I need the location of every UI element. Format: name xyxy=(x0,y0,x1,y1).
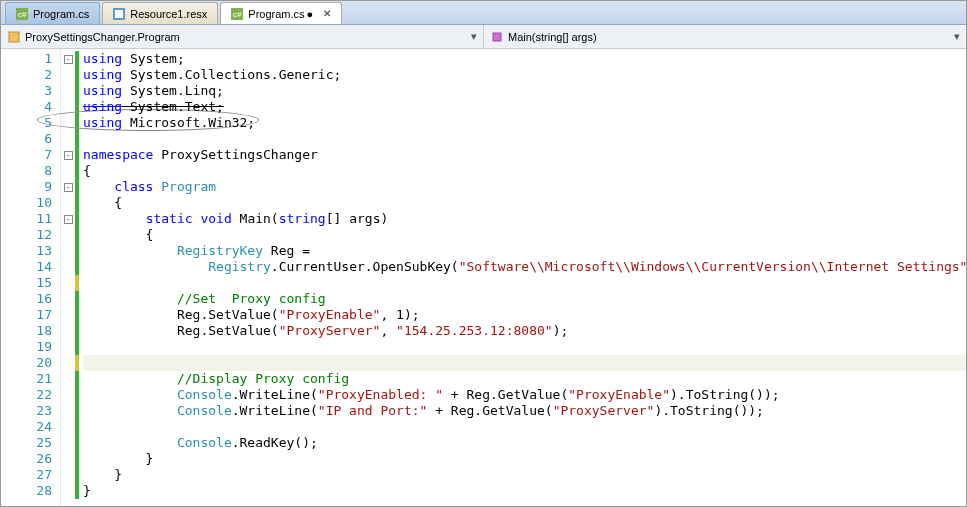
close-icon[interactable]: ✕ xyxy=(323,8,331,19)
fold-toggle-icon[interactable]: - xyxy=(64,183,73,192)
code-line[interactable]: { xyxy=(83,195,966,211)
line-number: 18 xyxy=(1,323,56,339)
fold-cell xyxy=(61,195,75,211)
outline-column: ---- xyxy=(61,49,75,506)
code-line[interactable]: Registry.CurrentUser.OpenSubKey("Softwar… xyxy=(83,259,966,275)
fold-cell xyxy=(61,243,75,259)
line-number: 25 xyxy=(1,435,56,451)
resource-file-icon xyxy=(113,8,125,20)
code-line[interactable]: static void Main(string[] args) xyxy=(83,211,966,227)
tab-resource1-resx[interactable]: Resource1.resx xyxy=(102,2,218,24)
line-number: 1 xyxy=(1,51,56,67)
svg-rect-6 xyxy=(9,32,19,42)
line-number: 7 xyxy=(1,147,56,163)
navigation-bar: ProxySettingsChanger.Program ▾ Main(stri… xyxy=(1,25,966,49)
line-number: 12 xyxy=(1,227,56,243)
code-line[interactable] xyxy=(83,275,966,291)
code-line[interactable] xyxy=(83,419,966,435)
fold-cell xyxy=(61,99,75,115)
fold-cell xyxy=(61,275,75,291)
code-line[interactable] xyxy=(83,355,966,371)
code-line[interactable]: Console.WriteLine("ProxyEnabled: " + Reg… xyxy=(83,387,966,403)
code-line[interactable]: Reg.SetValue("ProxyEnable", 1); xyxy=(83,307,966,323)
line-number: 14 xyxy=(1,259,56,275)
modified-dot: ● xyxy=(307,8,314,20)
fold-cell xyxy=(61,83,75,99)
class-nav-dropdown[interactable]: ProxySettingsChanger.Program ▾ xyxy=(1,25,484,48)
fold-cell: - xyxy=(61,147,75,163)
code-line[interactable]: Console.ReadKey(); xyxy=(83,435,966,451)
code-area[interactable]: using System;using System.Collections.Ge… xyxy=(79,49,966,506)
member-nav-label: Main(string[] args) xyxy=(508,31,597,43)
csharp-file-icon: c# xyxy=(231,8,243,20)
line-number: 16 xyxy=(1,291,56,307)
svg-rect-3 xyxy=(115,10,123,18)
code-line[interactable]: { xyxy=(83,163,966,179)
svg-text:c#: c# xyxy=(233,10,242,19)
chevron-down-icon[interactable]: ▾ xyxy=(954,30,960,43)
code-line[interactable]: Reg.SetValue("ProxyServer", "154.25.253.… xyxy=(83,323,966,339)
fold-cell xyxy=(61,355,75,371)
code-line[interactable]: RegistryKey Reg = xyxy=(83,243,966,259)
fold-cell xyxy=(61,307,75,323)
code-line[interactable]: using Microsoft.Win32; xyxy=(83,115,966,131)
fold-cell xyxy=(61,131,75,147)
line-number: 24 xyxy=(1,419,56,435)
fold-cell xyxy=(61,435,75,451)
code-line[interactable]: } xyxy=(83,467,966,483)
code-line[interactable]: class Program xyxy=(83,179,966,195)
fold-toggle-icon[interactable]: - xyxy=(64,151,73,160)
fold-cell xyxy=(61,259,75,275)
code-line[interactable]: using System.Linq; xyxy=(83,83,966,99)
csharp-file-icon: c# xyxy=(16,8,28,20)
member-nav-dropdown[interactable]: Main(string[] args) ▾ xyxy=(484,25,966,48)
line-number: 13 xyxy=(1,243,56,259)
code-line[interactable]: using System; xyxy=(83,51,966,67)
code-line[interactable]: namespace ProxySettingsChanger xyxy=(83,147,966,163)
line-number: 28 xyxy=(1,483,56,499)
fold-toggle-icon[interactable]: - xyxy=(64,55,73,64)
tab-label: Program.cs xyxy=(33,8,89,20)
fold-cell xyxy=(61,163,75,179)
fold-cell xyxy=(61,451,75,467)
class-icon xyxy=(7,30,21,44)
line-number: 19 xyxy=(1,339,56,355)
fold-cell xyxy=(61,67,75,83)
chevron-down-icon[interactable]: ▾ xyxy=(471,30,477,43)
code-line[interactable]: using System.Text; xyxy=(83,99,966,115)
fold-cell xyxy=(61,227,75,243)
code-line[interactable]: Console.WriteLine("IP and Port:" + Reg.G… xyxy=(83,403,966,419)
code-line[interactable]: } xyxy=(83,483,966,499)
line-number: 15 xyxy=(1,275,56,291)
line-number: 6 xyxy=(1,131,56,147)
fold-cell xyxy=(61,115,75,131)
tab-program-cs-1[interactable]: c# Program.cs xyxy=(5,2,100,24)
fold-cell xyxy=(61,291,75,307)
svg-rect-7 xyxy=(493,33,501,41)
code-line[interactable]: } xyxy=(83,451,966,467)
fold-cell xyxy=(61,339,75,355)
line-number: 2 xyxy=(1,67,56,83)
line-number: 26 xyxy=(1,451,56,467)
fold-cell: - xyxy=(61,211,75,227)
code-line[interactable]: //Set Proxy config xyxy=(83,291,966,307)
code-line[interactable] xyxy=(83,339,966,355)
fold-cell: - xyxy=(61,179,75,195)
line-number: 21 xyxy=(1,371,56,387)
code-line[interactable]: //Display Proxy config xyxy=(83,371,966,387)
code-line[interactable] xyxy=(83,131,966,147)
fold-cell xyxy=(61,323,75,339)
code-line[interactable]: using System.Collections.Generic; xyxy=(83,67,966,83)
line-number: 3 xyxy=(1,83,56,99)
line-number: 20 xyxy=(1,355,56,371)
fold-toggle-icon[interactable]: - xyxy=(64,215,73,224)
fold-cell xyxy=(61,419,75,435)
line-number: 9 xyxy=(1,179,56,195)
fold-cell xyxy=(61,403,75,419)
code-editor[interactable]: 1234567891011121314151617181920212223242… xyxy=(1,49,966,506)
code-line[interactable]: { xyxy=(83,227,966,243)
fold-cell xyxy=(61,387,75,403)
line-number-gutter: 1234567891011121314151617181920212223242… xyxy=(1,49,61,506)
tab-program-cs-2-active[interactable]: c# Program.cs ● ✕ xyxy=(220,2,342,24)
fold-cell: - xyxy=(61,51,75,67)
